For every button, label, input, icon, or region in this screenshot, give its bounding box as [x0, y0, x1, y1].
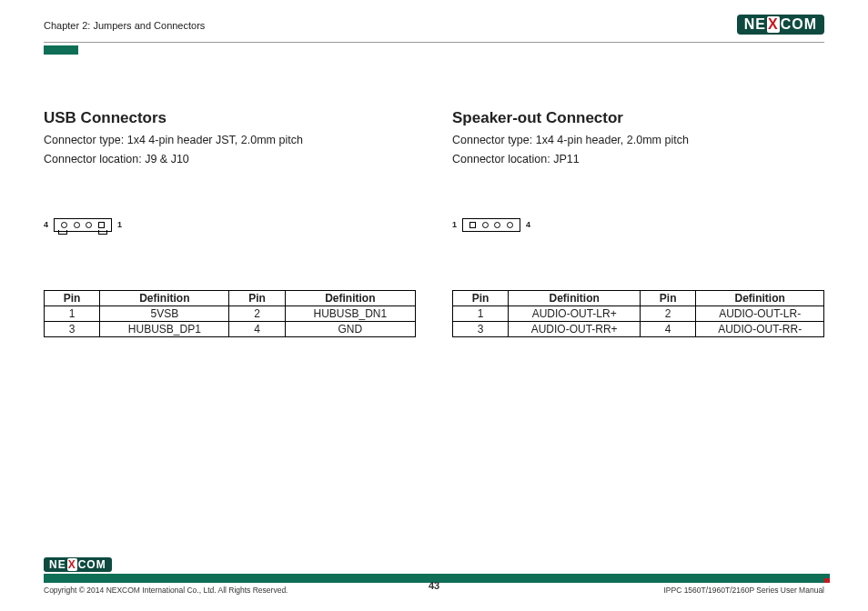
pin-label-right: 1 — [117, 220, 122, 229]
cell: GND — [285, 321, 415, 336]
cell: AUDIO-OUT-RR+ — [509, 321, 641, 336]
usb-connectors-section: USB Connectors Connector type: 1x4 4-pin… — [44, 109, 416, 337]
cell: AUDIO-OUT-LR- — [696, 306, 824, 321]
connector-type: Connector type: 1x4 4-pin header, 2.0mm … — [452, 133, 824, 148]
chapter-label: Chapter 2: Jumpers and Connectors — [44, 20, 824, 31]
table-row: 1 5VSB 2 HUBUSB_DN1 — [45, 306, 416, 321]
pin-icon — [507, 222, 513, 228]
cell: 2 — [229, 306, 285, 321]
pin-icon — [86, 222, 92, 228]
table-row: 3 HUBUSB_DP1 4 GND — [45, 321, 416, 336]
cell: 1 — [45, 306, 100, 321]
brand-logo: NE X COM — [737, 15, 824, 35]
logo-text-left: NE — [744, 16, 766, 33]
th-def: Definition — [100, 290, 229, 306]
page-header: Chapter 2: Jumpers and Connectors NE X C… — [44, 20, 824, 56]
table-header-row: Pin Definition Pin Definition — [453, 290, 824, 306]
pin-label-left: 4 — [44, 220, 48, 229]
table-row: 1 AUDIO-OUT-LR+ 2 AUDIO-OUT-LR- — [453, 306, 824, 321]
cell: 4 — [641, 321, 696, 336]
connector-location: Connector location: JP11 — [452, 152, 824, 167]
connector-diagram: 4 1 — [44, 218, 416, 232]
nexcom-logo-icon: NE X COM — [737, 15, 824, 35]
header-accent-bar — [44, 45, 78, 55]
cell: 3 — [453, 321, 509, 336]
logo-text-right: COM — [78, 558, 106, 571]
manual-title: IPPC 1560T/1960T/2160P Series User Manua… — [663, 586, 824, 595]
speaker-out-section: Speaker-out Connector Connector type: 1x… — [452, 109, 824, 337]
cell: AUDIO-OUT-RR- — [696, 321, 824, 336]
cell: 1 — [453, 306, 509, 321]
copyright-text: Copyright © 2014 NEXCOM International Co… — [44, 586, 288, 595]
th-def: Definition — [509, 290, 641, 306]
cell: HUBUSB_DN1 — [285, 306, 415, 321]
cell: HUBUSB_DP1 — [100, 321, 229, 336]
pin-icon — [98, 222, 105, 228]
logo-text-x: X — [767, 16, 780, 33]
pin-icon — [469, 222, 476, 228]
pin-definition-table: Pin Definition Pin Definition 1 5VSB 2 H… — [44, 290, 416, 337]
cell: 3 — [45, 321, 100, 336]
connector-box-icon — [462, 218, 520, 232]
cell: 5VSB — [100, 306, 229, 321]
pin-icon — [482, 222, 489, 228]
table-header-row: Pin Definition Pin Definition — [45, 290, 416, 306]
section-title: Speaker-out Connector — [452, 109, 824, 127]
pin-definition-table: Pin Definition Pin Definition 1 AUDIO-OU… — [452, 290, 824, 337]
pin-icon — [74, 222, 80, 228]
th-pin: Pin — [45, 290, 100, 306]
logo-text-left: NE — [49, 558, 66, 571]
connector-box-icon — [54, 218, 112, 232]
pin-label-right: 4 — [526, 220, 530, 229]
th-pin: Pin — [453, 290, 509, 306]
cell: 2 — [641, 306, 696, 321]
section-title: USB Connectors — [44, 109, 416, 127]
connector-type: Connector type: 1x4 4-pin header JST, 2.… — [44, 133, 416, 148]
page-number: 43 — [429, 580, 439, 591]
th-def: Definition — [285, 290, 415, 306]
pin-icon — [494, 222, 500, 228]
pin-label-left: 1 — [452, 220, 457, 229]
page-footer: NE X COM Copyright © 2014 NEXCOM Interna… — [44, 557, 824, 595]
table-row: 3 AUDIO-OUT-RR+ 4 AUDIO-OUT-RR- — [453, 321, 824, 336]
footer-logo-icon: NE X COM — [44, 557, 112, 572]
logo-text-right: COM — [781, 16, 817, 33]
th-pin: Pin — [641, 290, 696, 306]
pin-icon — [61, 222, 67, 228]
connector-location: Connector location: J9 & J10 — [44, 152, 416, 167]
th-pin: Pin — [229, 290, 285, 306]
cell: AUDIO-OUT-LR+ — [509, 306, 641, 321]
th-def: Definition — [696, 290, 824, 306]
header-rule — [44, 42, 824, 43]
content-columns: USB Connectors Connector type: 1x4 4-pin… — [44, 109, 824, 337]
logo-text-x: X — [67, 558, 77, 571]
connector-diagram: 1 4 — [452, 218, 824, 232]
cell: 4 — [229, 321, 285, 336]
